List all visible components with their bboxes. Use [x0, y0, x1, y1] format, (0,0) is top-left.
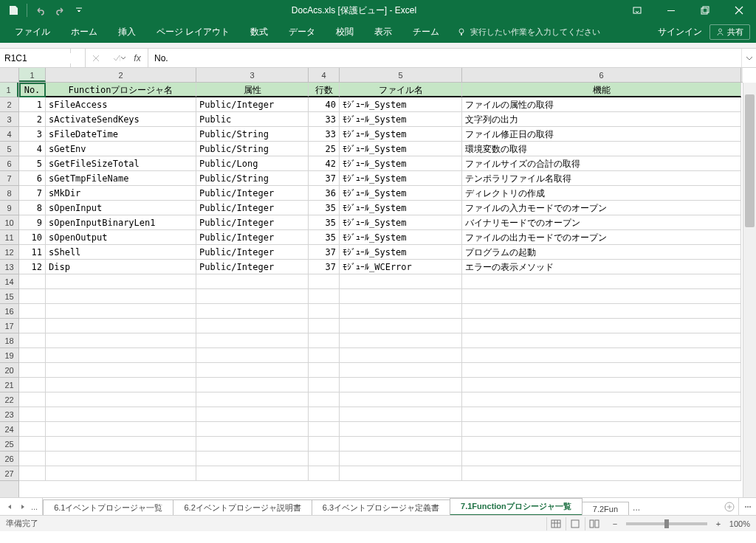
cell[interactable]	[196, 437, 309, 452]
cell[interactable]	[462, 304, 741, 319]
cell[interactable]	[462, 319, 741, 333]
cell[interactable]: 35	[309, 201, 340, 215]
cell[interactable]	[46, 289, 196, 304]
tab-file[interactable]: ファイル	[4, 21, 61, 43]
cell[interactable]: ﾓｼﾞｭｰﾙ_System	[340, 201, 462, 215]
cell[interactable]: ディレクトリの作成	[462, 186, 741, 201]
cell[interactable]: ﾓｼﾞｭｰﾙ_System	[340, 230, 462, 245]
cell[interactable]	[196, 304, 309, 319]
cell[interactable]	[340, 466, 462, 481]
cell[interactable]	[46, 274, 196, 289]
row-header-7[interactable]: 7	[0, 171, 18, 186]
cell[interactable]: プログラムの起動	[462, 245, 741, 260]
sheet-tab-6-1[interactable]: 6.1イベントプロシージャ一覧	[43, 499, 173, 515]
cell[interactable]	[309, 363, 340, 378]
sheet-tab-7-2[interactable]: 7.2Fun	[582, 502, 629, 515]
cell[interactable]: 33	[309, 112, 340, 127]
cell[interactable]: ﾓｼﾞｭｰﾙ_System	[340, 127, 462, 142]
cell[interactable]: 3	[19, 127, 46, 142]
cell[interactable]	[309, 452, 340, 466]
sheet-tab-7-1[interactable]: 7.1Functionプロシージャ一覧	[450, 498, 583, 515]
minimize-button[interactable]	[654, 0, 688, 21]
cell[interactable]	[46, 333, 196, 348]
cell[interactable]	[462, 378, 741, 392]
cell[interactable]	[46, 363, 196, 378]
cell[interactable]	[19, 319, 46, 333]
row-header-6[interactable]: 6	[0, 156, 18, 171]
tab-team[interactable]: チーム	[402, 21, 450, 43]
cell[interactable]	[46, 452, 196, 466]
cell[interactable]: 35	[309, 230, 340, 245]
share-button[interactable]: 共有	[709, 24, 750, 40]
col-header-5[interactable]: 5	[340, 68, 462, 82]
cell[interactable]: ﾓｼﾞｭｰﾙ_System	[340, 215, 462, 230]
cell[interactable]	[196, 452, 309, 466]
row-header-23[interactable]: 23	[0, 407, 18, 422]
tab-home[interactable]: ホーム	[61, 21, 108, 43]
cell[interactable]: 属性	[196, 83, 309, 97]
cell[interactable]: 2	[19, 112, 46, 127]
cell[interactable]	[19, 333, 46, 348]
cell[interactable]	[46, 392, 196, 407]
cell[interactable]	[196, 378, 309, 392]
tab-page-layout[interactable]: ページ レイアウト	[146, 21, 240, 43]
tab-data[interactable]: データ	[278, 21, 326, 43]
cell[interactable]	[46, 348, 196, 363]
cell[interactable]	[19, 422, 46, 437]
cell[interactable]	[340, 407, 462, 422]
cell[interactable]: テンポラリファイル名取得	[462, 171, 741, 186]
cell[interactable]	[309, 422, 340, 437]
name-box[interactable]	[0, 49, 71, 67]
cell[interactable]: Public/Integer	[196, 260, 309, 274]
cell[interactable]	[46, 407, 196, 422]
cell[interactable]	[340, 348, 462, 363]
cell[interactable]	[309, 407, 340, 422]
cell[interactable]: sShell	[46, 245, 196, 260]
cell[interactable]	[340, 274, 462, 289]
cell[interactable]	[309, 304, 340, 319]
zoom-out-button[interactable]: −	[610, 519, 620, 528]
cell[interactable]: sOpenInputBinaryLen1	[46, 215, 196, 230]
cell[interactable]: sOpenInput	[46, 201, 196, 215]
cell[interactable]: 環境変数の取得	[462, 142, 741, 156]
cell[interactable]: ﾓｼﾞｭｰﾙ_System	[340, 171, 462, 186]
cell[interactable]: 37	[309, 245, 340, 260]
row-header-25[interactable]: 25	[0, 437, 18, 452]
cell[interactable]	[196, 422, 309, 437]
row-header-15[interactable]: 15	[0, 289, 18, 304]
restore-button[interactable]	[688, 0, 722, 21]
cell[interactable]: ファイルの入力モードでのオープン	[462, 201, 741, 215]
col-header-6[interactable]: 6	[462, 68, 741, 82]
cell[interactable]	[196, 319, 309, 333]
tab-formulas[interactable]: 数式	[240, 21, 278, 43]
cell[interactable]: ﾓｼﾞｭｰﾙ_System	[340, 142, 462, 156]
new-sheet-button[interactable]	[721, 498, 738, 515]
row-header-8[interactable]: 8	[0, 186, 18, 201]
row-header-19[interactable]: 19	[0, 348, 18, 363]
row-header-18[interactable]: 18	[0, 333, 18, 348]
cell[interactable]: 37	[309, 260, 340, 274]
cell[interactable]: Public/Long	[196, 156, 309, 171]
expand-formula-bar[interactable]	[741, 49, 756, 67]
cell[interactable]	[309, 348, 340, 363]
cell[interactable]: 文字列の出力	[462, 112, 741, 127]
cell[interactable]	[340, 363, 462, 378]
cell[interactable]: 25	[309, 142, 340, 156]
cell[interactable]	[196, 348, 309, 363]
redo-button[interactable]	[51, 1, 69, 19]
cell[interactable]	[340, 437, 462, 452]
scroll-thumb[interactable]	[745, 94, 755, 227]
cell[interactable]: ﾓｼﾞｭｰﾙ_System	[340, 245, 462, 260]
cell[interactable]	[46, 378, 196, 392]
cell[interactable]: ﾓｼﾞｭｰﾙ_System	[340, 186, 462, 201]
cell[interactable]: 7	[19, 186, 46, 201]
cell[interactable]	[309, 274, 340, 289]
cell[interactable]	[19, 437, 46, 452]
col-header-2[interactable]: 2	[46, 68, 196, 82]
cell[interactable]: ファイルの出力モードでのオープン	[462, 230, 741, 245]
sheet-tab-6-2[interactable]: 6.2イベントプロシージャ説明書	[173, 499, 312, 515]
cell[interactable]: ファイルの属性の取得	[462, 97, 741, 112]
cell[interactable]: 36	[309, 186, 340, 201]
cell[interactable]	[46, 422, 196, 437]
cell[interactable]: 機能	[462, 83, 741, 97]
